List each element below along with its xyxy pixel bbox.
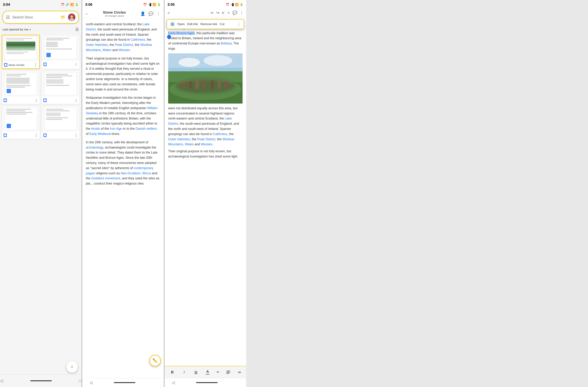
brittany-link[interactable]: Brittany (221, 41, 231, 45)
edit-doc-fab[interactable]: ✏️ (149, 355, 161, 367)
more-options-button-2[interactable]: ⋮ (156, 11, 161, 17)
doc-footer-3: ⋮ (2, 97, 40, 104)
doc-card-2[interactable]: ⋮ (42, 35, 80, 69)
bottom-nav-2: ◁ (82, 378, 164, 387)
new-doc-fab[interactable]: + (66, 361, 78, 373)
text-color-button[interactable]: A (206, 370, 210, 375)
doc-view-title: Stone Circles (103, 10, 126, 15)
plus-icon: + (70, 364, 74, 370)
svg-point-6 (204, 55, 232, 66)
doc-card-stone-circles[interactable]: Stone Circles ⋮ (2, 35, 40, 69)
archaeology-link[interactable]: archaeology (86, 146, 103, 149)
edit-link-button[interactable]: Edit link (187, 22, 198, 26)
thumbnail-landscape-image (6, 41, 35, 51)
redo-button[interactable]: ↪ (216, 11, 219, 15)
battery-icon-2: 🔋 (157, 3, 161, 6)
svg-rect-16 (224, 81, 228, 89)
align-button[interactable] (226, 371, 230, 374)
folder-icon[interactable]: 📁 (61, 15, 65, 20)
menu-icon[interactable] (6, 16, 10, 19)
comment-button-2[interactable]: 💬 (148, 11, 154, 17)
cut-link-button[interactable]: Cut (220, 22, 224, 26)
undo-button[interactable]: ↩ (210, 11, 214, 15)
back-button[interactable]: ← (85, 11, 89, 16)
search-bar[interactable]: Search Docs 📁 (2, 11, 79, 24)
lake-district-link-3[interactable]: Lake District (168, 117, 232, 125)
early-medieval-link[interactable]: Early Medieval (89, 132, 111, 136)
caithness-link-3[interactable]: Caithness (213, 132, 227, 136)
time-3: 3:05 (168, 2, 175, 7)
wessex-link[interactable]: Wessex (119, 48, 130, 52)
edit-toolbar: ✓ ↩ ↪ A↑ + 💬 ⋮ (165, 9, 246, 17)
wessex-link-3[interactable]: Wessex (201, 143, 212, 146)
pencil-icon: ✏️ (152, 358, 158, 363)
outer-hebrides-link-3[interactable]: Outer Hebrides (168, 137, 190, 141)
doc-more-button-1[interactable]: ⋮ (34, 63, 38, 67)
doc-more-button-4[interactable]: ⋮ (74, 98, 78, 102)
wifi-icon-3: 📶 (235, 3, 239, 6)
stone-circle-landscape-image (168, 53, 243, 103)
wales-link[interactable]: Wales (103, 48, 111, 52)
list-button[interactable]: ≔ (237, 370, 241, 374)
early-bronze-ages-link[interactable]: Early Bronze Ages (168, 31, 195, 35)
svg-rect-12 (196, 80, 199, 89)
peak-district-link[interactable]: Peak District (115, 43, 133, 47)
done-button[interactable]: ✓ (167, 10, 171, 15)
doc-para-3: In the 20th century, with the developmen… (86, 140, 160, 186)
doc-card-4[interactable]: ⋮ (42, 71, 80, 104)
sort-label[interactable]: Last opened by me ▾ (2, 28, 31, 31)
stukeley-link[interactable]: William Stukeley (86, 106, 158, 115)
back-nav-arrow-3[interactable]: ◁ (172, 380, 175, 385)
add-person-button[interactable]: 👤 (140, 11, 146, 17)
italic-button[interactable]: I (182, 369, 186, 376)
status-icons-2: ⏰ 📲 📶 🔋 (143, 3, 161, 6)
recents-nav-icon[interactable]: □ (79, 379, 81, 383)
user-avatar[interactable] (68, 13, 75, 21)
wifi-icon-2: 📶 (152, 3, 156, 6)
druids-link[interactable]: druids (91, 127, 100, 130)
doc-more-button-2[interactable]: ⋮ (74, 62, 78, 66)
doc-footer-5: ⋮ (2, 132, 40, 139)
underline-button[interactable]: U (193, 369, 199, 376)
goddess-movement-link[interactable]: Goddess movement (91, 177, 120, 180)
home-nav-icon[interactable]: ◁ (0, 379, 3, 383)
doc-card-5[interactable]: ⋮ (2, 106, 40, 139)
caithness-link[interactable]: Caithness (131, 38, 145, 41)
open-link-button[interactable]: Open (177, 22, 185, 26)
link-popup-more[interactable]: ⋮ (237, 22, 241, 26)
early-bronze-ages-highlight: Early Bronze Ages (168, 31, 195, 35)
search-input-label[interactable]: Search Docs (12, 15, 58, 19)
comment-button-3[interactable]: 💬 (232, 11, 237, 15)
lake-district-link[interactable]: Lake District (86, 22, 149, 31)
doc-card-6[interactable]: ⋮ (42, 106, 80, 139)
danish-settlers-link[interactable]: Danish settlers (136, 127, 157, 130)
insert-button[interactable]: + (228, 11, 230, 15)
highlight-button[interactable]: ✏ (217, 370, 219, 374)
neo-druidism-link[interactable]: Neo-Druidism (121, 171, 140, 175)
font-size-button[interactable]: A↑ (222, 11, 225, 15)
bold-button[interactable]: B (169, 369, 175, 376)
doc-card-3[interactable]: ⋮ (2, 71, 40, 104)
wales-link-3[interactable]: Wales (185, 143, 194, 146)
outer-hebrides-link[interactable]: Outer Hebrides (86, 43, 108, 47)
status-icons-1: ⏰ 🔗 📶 🔋 (61, 3, 79, 6)
iron-age-link[interactable]: Iron Age (110, 127, 122, 130)
grid-view-icon[interactable]: ☰ (75, 27, 79, 32)
more-options-button-3[interactable]: ⋮ (240, 11, 244, 15)
battery-icon: 🔋 (75, 3, 79, 6)
doc-more-button-6[interactable]: ⋮ (74, 133, 78, 137)
wicca-link[interactable]: Wicca (142, 171, 151, 175)
doc-more-button-3[interactable]: ⋮ (34, 98, 38, 102)
doc-more-button-5[interactable]: ⋮ (34, 133, 38, 137)
svg-point-9 (169, 79, 241, 100)
peak-district-link-3[interactable]: Peak District (197, 137, 215, 141)
link-settings-icon[interactable]: ⚙️ (170, 22, 175, 26)
doc-content-3[interactable]: destroyed. for a variety of reasons, in … (165, 17, 246, 348)
doc-thumbnail-5 (2, 106, 40, 132)
status-bar-2: 3:06 ⏰ 📲 📶 🔋 (82, 0, 164, 9)
nav-pill-3 (196, 382, 218, 383)
svg-rect-13 (203, 81, 206, 89)
remove-link-button[interactable]: Remove link (200, 22, 217, 26)
time-1: 3:04 (3, 2, 10, 7)
back-nav-arrow-2[interactable]: ◁ (89, 380, 92, 385)
